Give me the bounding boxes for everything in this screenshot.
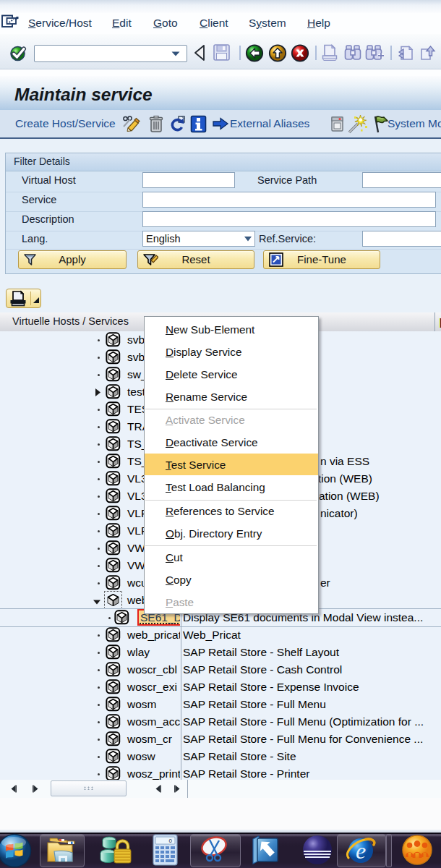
svg-text:0: 0: [169, 838, 173, 844]
